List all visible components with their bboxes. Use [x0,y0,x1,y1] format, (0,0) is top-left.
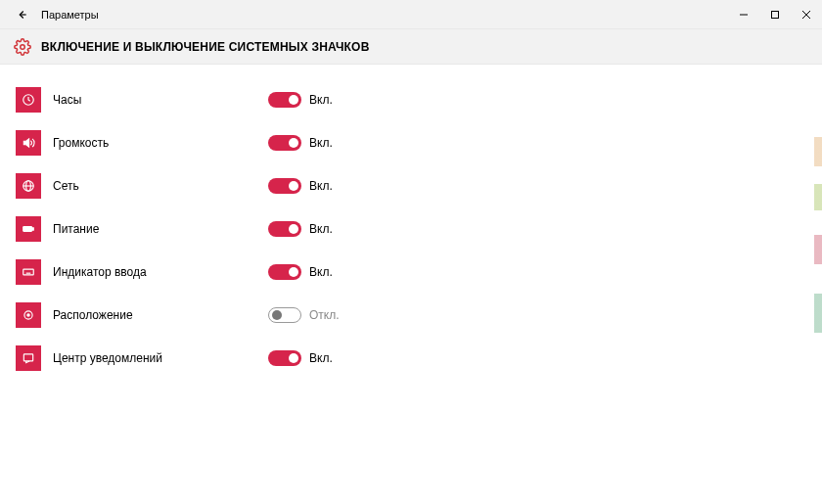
volume-icon [16,130,41,156]
toggle-group: Вкл. [268,92,333,108]
toggle-group: Вкл. [268,264,333,280]
close-button[interactable] [791,0,822,29]
window-controls [728,0,822,29]
toggle-switch[interactable] [268,350,301,366]
toggle-knob [289,138,298,148]
toggle-knob [289,181,298,191]
svg-rect-2 [772,11,779,18]
setting-label: Индикатор ввода [53,265,268,279]
back-button[interactable] [8,1,35,28]
gear-icon [14,38,31,56]
minimize-button[interactable] [728,0,759,29]
window-title: Параметры [41,9,99,21]
svg-rect-13 [23,269,34,275]
toggle-knob [289,224,298,234]
toggle-state-label: Вкл. [309,351,333,365]
toggle-group: Вкл. [268,350,333,366]
svg-rect-12 [32,228,33,230]
network-icon [16,173,41,199]
toggle-knob [289,267,298,277]
toggle-switch[interactable] [268,264,301,280]
setting-row: СетьВкл. [16,164,806,207]
setting-label: Расположение [53,308,268,322]
toggle-group: Откл. [268,307,340,323]
setting-row: Индикатор вводаВкл. [16,251,806,294]
svg-point-5 [21,44,25,49]
battery-icon [16,216,41,242]
toggle-group: Вкл. [268,178,333,194]
svg-marker-7 [23,139,28,147]
toggle-state-label: Вкл. [309,222,333,236]
toggle-state-label: Вкл. [309,179,333,193]
setting-label: Громкость [53,136,268,150]
toggle-group: Вкл. [268,135,333,151]
setting-row: РасположениеОткл. [16,294,806,337]
toggle-switch[interactable] [268,221,301,237]
toggle-state-label: Вкл. [309,265,333,279]
svg-rect-20 [23,354,32,361]
svg-point-19 [27,314,29,316]
toggle-state-label: Вкл. [309,93,333,107]
toggle-knob [289,353,298,363]
setting-label: Центр уведомлений [53,351,268,365]
toggle-knob [272,310,282,320]
setting-label: Сеть [53,179,268,193]
maximize-button[interactable] [759,0,791,29]
toggle-switch[interactable] [268,178,301,194]
toggle-state-label: Откл. [309,308,340,322]
minimize-icon [739,10,749,20]
toggle-switch[interactable] [268,307,301,323]
toggle-knob [289,95,298,105]
title-bar: Параметры [0,0,822,29]
clock-icon [16,87,41,113]
maximize-icon [770,10,780,20]
setting-row: ГромкостьВкл. [16,121,806,164]
setting-row: ПитаниеВкл. [16,207,806,251]
action-icon [16,345,41,371]
location-icon [16,302,41,328]
svg-rect-11 [23,227,32,232]
background-window-peek [814,137,822,391]
setting-row: Центр уведомленийВкл. [16,337,806,380]
toggle-switch[interactable] [268,92,301,108]
close-icon [801,10,811,20]
toggle-state-label: Вкл. [309,136,333,150]
input-icon [16,259,41,285]
toggle-switch[interactable] [268,135,301,151]
settings-list: ЧасыВкл.ГромкостьВкл.СетьВкл.ПитаниеВкл.… [0,65,822,393]
page-title: ВКЛЮЧЕНИЕ И ВЫКЛЮЧЕНИЕ СИСТЕМНЫХ ЗНАЧКОВ [41,40,370,54]
toggle-group: Вкл. [268,221,333,237]
page-header: ВКЛЮЧЕНИЕ И ВЫКЛЮЧЕНИЕ СИСТЕМНЫХ ЗНАЧКОВ [0,29,822,65]
setting-label: Часы [53,93,268,107]
setting-label: Питание [53,222,268,236]
setting-row: ЧасыВкл. [16,78,806,121]
arrow-left-icon [15,8,28,22]
